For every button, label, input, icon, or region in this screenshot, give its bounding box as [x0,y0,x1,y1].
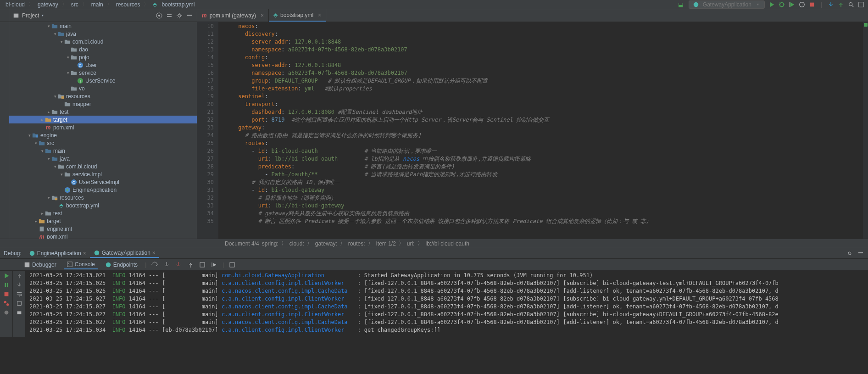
mute-icon[interactable] [3,309,10,316]
run-config-dropdown[interactable]: GatewayApplication ▾ [689,0,765,9]
print-icon[interactable] [16,309,22,316]
gear-icon[interactable] [846,250,853,257]
up-icon[interactable] [16,273,22,279]
tree-item[interactable]: target [9,116,197,123]
run-icon[interactable] [768,1,775,8]
tree-item[interactable]: mapper [9,100,197,108]
tree-item[interactable]: engine [9,131,197,139]
tree-item[interactable]: service.Impl [9,170,197,178]
close-icon[interactable]: × [152,250,156,256]
crumb[interactable]: main [89,1,105,8]
svg-rect-6 [859,2,864,7]
close-icon[interactable]: × [261,12,264,19]
tree-item[interactable]: java [9,155,197,162]
tree-item[interactable]: CUser [9,61,197,69]
tool-window-bar-left[interactable] [0,22,9,239]
debug-app-engine[interactable]: EngineApplication × [25,249,90,257]
target-icon[interactable] [156,12,163,19]
svg-rect-27 [25,262,30,267]
close-icon[interactable]: × [83,250,86,257]
error-stripe[interactable] [862,22,868,239]
tree-item[interactable]: target [9,217,197,225]
evaluate-icon[interactable] [228,261,236,268]
editor[interactable]: 1011121314151617181920212223242526272829… [197,22,868,239]
code-area[interactable]: nacos: discovery: server-addr: 127.0.0.1… [218,22,862,239]
project-tree[interactable]: mainjavacom.bi.clouddaopojoCUserserviceI… [9,22,197,239]
tree-item[interactable]: service [9,69,197,77]
git-push-icon[interactable] [838,1,844,8]
project-title[interactable]: Project [22,12,39,19]
tree-item[interactable]: CUserServiceImpl [9,178,197,186]
svg-rect-38 [17,311,21,314]
svg-rect-28 [67,262,72,267]
drop-frame-icon[interactable] [199,261,206,268]
tree-item[interactable]: resources [9,194,197,201]
svg-rect-22 [40,226,44,231]
crumb[interactable]: gateway [36,1,60,8]
soft-wrap-icon[interactable] [16,291,22,297]
gear-icon[interactable] [176,12,183,19]
structure-breadcrumb[interactable]: Document 4/4 spring:〉 cloud:〉 gateway:〉 … [0,239,868,248]
tree-item[interactable]: main [9,22,197,30]
rerun-icon[interactable] [3,273,10,279]
line-gutter: 1011121314151617181920212223242526272829… [197,22,218,239]
step-out-icon[interactable] [187,261,194,268]
stop-icon[interactable] [809,1,815,8]
crumb-file[interactable]: bootstrap.yml [160,1,196,8]
git-pull-icon[interactable] [828,1,834,8]
crumb[interactable]: bi-cloud [4,1,27,8]
stop-icon[interactable] [3,291,10,297]
force-step-icon[interactable] [175,261,182,268]
step-over-icon[interactable] [151,261,158,268]
tree-item[interactable]: IUserService [9,77,197,84]
crumb[interactable]: src [69,1,80,8]
expand-icon[interactable] [166,12,173,19]
search-icon[interactable] [848,1,854,8]
breakpoints-icon[interactable] [3,300,10,307]
tree-item[interactable]: src [9,139,197,147]
crumb[interactable]: resources [114,1,142,8]
hide-icon[interactable] [186,12,193,19]
editor-tab-pom[interactable]: m pom.xml (gateway) × [197,9,269,22]
down-icon[interactable] [16,282,22,288]
editor-tab-bootstrap[interactable]: ⬘ bootstrap.yml × [269,9,326,22]
resume-icon[interactable] [3,282,10,288]
tree-item[interactable]: vo [9,84,197,92]
tree-item[interactable]: com.bi.cloud [9,162,197,170]
profile-icon[interactable] [799,1,805,8]
debug-label: Debug: [4,250,22,257]
svg-rect-30 [200,262,205,267]
debug-app-gateway[interactable]: GatewayApplication × [90,249,159,258]
tree-item[interactable]: engine.iml [9,225,197,233]
close-icon[interactable]: × [318,12,321,18]
step-into-icon[interactable] [163,261,170,268]
coverage-icon[interactable] [789,1,795,8]
tree-item[interactable]: ⬘bootstrap.yml [9,201,197,209]
tab-endpoints[interactable]: Endpoints [102,261,140,269]
tree-item[interactable]: resources [9,92,197,100]
ide-settings-icon[interactable] [858,1,864,8]
tree-item[interactable]: test [9,209,197,217]
tree-item[interactable]: dao [9,45,197,53]
tab-console[interactable]: Console [64,260,98,269]
tree-item[interactable]: java [9,30,197,38]
scroll-end-icon[interactable] [16,300,22,307]
tree-item[interactable]: mpom.xml [9,123,197,131]
build-icon[interactable]: ⬓ [676,1,685,8]
tree-item[interactable]: com.bi.cloud [9,38,197,45]
tree-item[interactable]: main [9,147,197,155]
main-area: mainjavacom.bi.clouddaopojoCUserserviceI… [0,22,868,239]
tree-item[interactable]: mpom.xml [9,233,197,239]
svg-point-9 [158,15,160,17]
project-tool-header: Project ▾ [9,12,197,19]
tree-item[interactable]: EngineApplication [9,186,197,194]
tab-debugger[interactable]: Debugger [21,261,59,269]
run-to-cursor-icon[interactable] [211,261,218,268]
svg-rect-7 [14,13,19,17]
tree-item[interactable]: pojo [9,53,197,61]
hide-icon[interactable] [857,250,864,257]
console-output[interactable]: 2021-03-25 17:24:13.021 INFO 14164 --- [… [26,271,868,337]
tree-item[interactable]: test [9,108,197,116]
project-icon [13,12,19,19]
debug-icon[interactable] [779,1,785,8]
